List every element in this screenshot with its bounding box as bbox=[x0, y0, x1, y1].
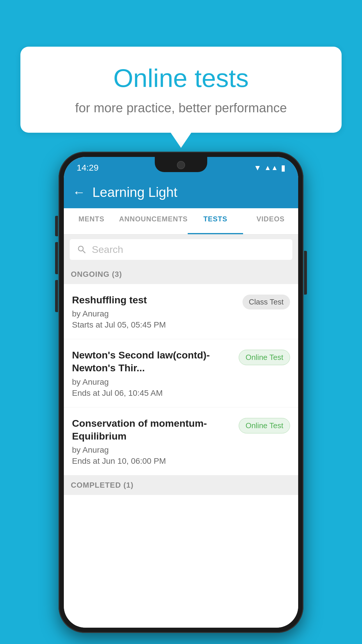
test-item[interactable]: Newton's Second law(contd)-Newton's Thir… bbox=[64, 339, 298, 407]
test-list: Reshuffling test by Anurag Starts at Jul… bbox=[64, 284, 298, 628]
test-title: Reshuffling test bbox=[72, 293, 238, 306]
phone-button-power bbox=[304, 251, 307, 295]
tab-tests[interactable]: TESTS bbox=[188, 208, 243, 234]
status-time: 14:29 bbox=[77, 163, 99, 173]
completed-section-header: COMPLETED (1) bbox=[64, 475, 298, 495]
phone-frame: 14:29 ▼ ▲▲ ▮ ← Learning Light MENTS ANNO… bbox=[59, 152, 303, 633]
test-time: Starts at Jul 05, 05:45 PM bbox=[72, 320, 238, 330]
test-author: by Anurag bbox=[72, 309, 238, 318]
test-info: Reshuffling test by Anurag Starts at Jul… bbox=[72, 293, 238, 330]
tab-ments[interactable]: MENTS bbox=[64, 208, 119, 234]
test-info: Newton's Second law(contd)-Newton's Thir… bbox=[72, 349, 234, 398]
search-placeholder: Search bbox=[92, 244, 123, 255]
search-container: Search bbox=[64, 235, 298, 265]
tab-videos[interactable]: VIDEOS bbox=[243, 208, 298, 234]
phone-notch bbox=[155, 157, 207, 172]
bubble-title: Online tests bbox=[35, 64, 327, 92]
test-title: Newton's Second law(contd)-Newton's Thir… bbox=[72, 349, 234, 374]
search-input-wrap[interactable]: Search bbox=[70, 239, 292, 260]
ongoing-section-header: ONGOING (3) bbox=[64, 265, 298, 284]
phone-button-vol-toggle bbox=[55, 216, 58, 236]
phone-outer: 14:29 ▼ ▲▲ ▮ ← Learning Light MENTS ANNO… bbox=[59, 152, 303, 633]
tab-bar: MENTS ANNOUNCEMENTS TESTS VIDEOS bbox=[64, 208, 298, 235]
test-author: by Anurag bbox=[72, 445, 234, 455]
test-item[interactable]: Conservation of momentum-Equilibrium by … bbox=[64, 407, 298, 475]
back-button[interactable]: ← bbox=[73, 185, 85, 200]
tab-announcements[interactable]: ANNOUNCEMENTS bbox=[119, 208, 188, 234]
phone-camera bbox=[177, 161, 185, 169]
search-icon bbox=[77, 244, 87, 255]
test-badge: Online Test bbox=[239, 350, 290, 365]
app-title: Learning Light bbox=[92, 184, 178, 200]
bubble-subtitle: for more practice, better performance bbox=[35, 101, 327, 115]
phone-button-vol-up bbox=[55, 242, 58, 274]
status-icons: ▼ ▲▲ ▮ bbox=[254, 163, 285, 173]
battery-icon: ▮ bbox=[281, 163, 285, 173]
phone-screen: 14:29 ▼ ▲▲ ▮ ← Learning Light MENTS ANNO… bbox=[64, 157, 298, 628]
test-item[interactable]: Reshuffling test by Anurag Starts at Jul… bbox=[64, 284, 298, 339]
test-author: by Anurag bbox=[72, 377, 234, 387]
test-time: Ends at Jun 10, 06:00 PM bbox=[72, 456, 234, 466]
speech-bubble: Online tests for more practice, better p… bbox=[20, 47, 342, 133]
signal-icon: ▲▲ bbox=[264, 164, 278, 172]
phone-button-vol-down bbox=[55, 280, 58, 312]
test-badge: Class Test bbox=[242, 295, 290, 309]
wifi-icon: ▼ bbox=[254, 163, 261, 172]
app-bar: ← Learning Light bbox=[64, 176, 298, 208]
test-info: Conservation of momentum-Equilibrium by … bbox=[72, 417, 234, 466]
test-title: Conservation of momentum-Equilibrium bbox=[72, 417, 234, 442]
test-time: Ends at Jul 06, 10:45 AM bbox=[72, 388, 234, 398]
test-badge: Online Test bbox=[239, 418, 290, 433]
